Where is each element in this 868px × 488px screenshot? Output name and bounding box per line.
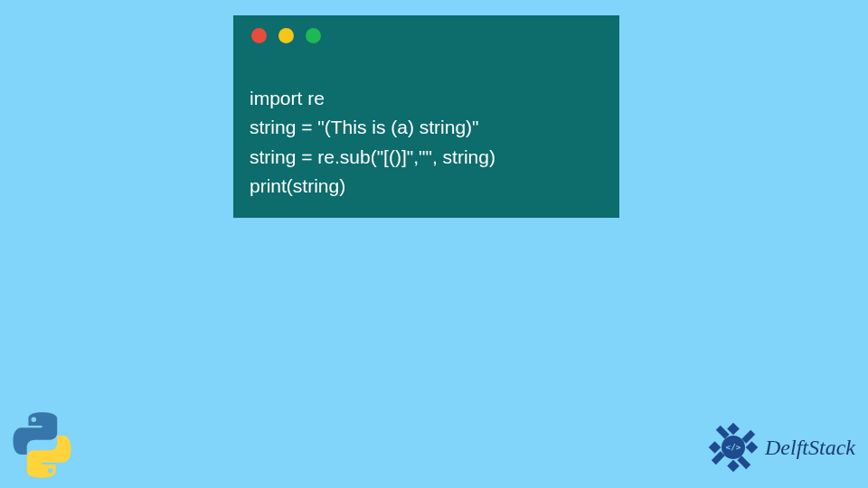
svg-marker-5 [712, 451, 725, 465]
delftstack-logo: </> DelftStack [705, 419, 855, 475]
svg-marker-7 [737, 455, 750, 469]
code-line: print(string) [250, 175, 345, 196]
svg-marker-3 [746, 441, 759, 454]
traffic-lights [251, 28, 603, 43]
minimize-icon [278, 28, 294, 43]
maximize-icon [306, 28, 321, 43]
svg-marker-4 [741, 430, 755, 444]
svg-marker-0 [727, 423, 740, 436]
python-logo-icon [8, 411, 76, 479]
close-icon [251, 28, 267, 43]
code-line: string = re.sub("[()]","", string) [250, 146, 495, 167]
delftstack-text: DelftStack [765, 436, 855, 460]
code-window: import re string = "(This is (a) string)… [233, 15, 619, 218]
code-line: string = "(This is (a) string)" [250, 117, 479, 137]
svg-text:</>: </> [726, 442, 741, 452]
svg-marker-1 [727, 460, 740, 473]
svg-marker-6 [716, 426, 730, 439]
code-line: import re [250, 88, 325, 108]
svg-marker-2 [709, 441, 722, 454]
code-block: import re string = "(This is (a) string)… [250, 54, 603, 202]
delftstack-icon: </> [705, 419, 761, 475]
